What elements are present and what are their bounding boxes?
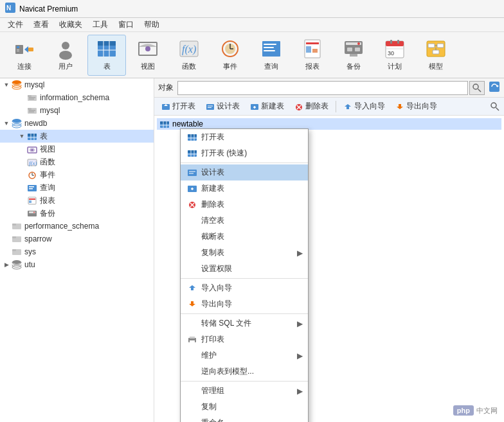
tree-sys[interactable]: sys [0, 245, 154, 258]
table-group-label: 表 [40, 131, 48, 142]
ctx-copy-table[interactable]: 复制表 ▶ [181, 245, 308, 261]
tree-event-group[interactable]: 事件 [0, 168, 154, 181]
svg-rect-56 [28, 108, 32, 110]
ctx-export-wizard[interactable]: 导出向导 [181, 296, 308, 312]
toolbar-connect-btn[interactable]: 连接 [5, 35, 44, 76]
ctx-truncate-table[interactable]: 截断表 [181, 229, 308, 245]
tree-newdb[interactable]: ▼ newdb [0, 117, 154, 130]
toolbar-query-label: 查询 [264, 62, 278, 71]
obj-search-button[interactable] [469, 81, 485, 95]
search-filter-btn[interactable] [489, 100, 501, 113]
action-import-label: 导入向导 [354, 101, 385, 112]
table-toolbar-icon [96, 39, 117, 59]
mysql-root-label: mysql [24, 80, 44, 89]
tree-utu[interactable]: ▶ utu [0, 258, 154, 271]
menu-window[interactable]: 窗口 [113, 18, 139, 31]
ctx-transfer-sql[interactable]: 转储 SQL 文件 ▶ [181, 315, 308, 331]
svg-rect-88 [12, 249, 16, 251]
ctx-clear-table[interactable]: 清空表 [181, 213, 308, 229]
action-open-table[interactable]: 打开表 [157, 100, 200, 114]
tree-view-group[interactable]: 视图 [0, 143, 154, 155]
ctx-open-table-fast[interactable]: 打开表 (快速) [181, 145, 308, 161]
toolbar-table-btn[interactable]: 表 [87, 35, 126, 76]
filter-icon [490, 101, 500, 112]
action-delete-table[interactable]: 删除表 [290, 100, 333, 114]
ctx-import-icon [186, 283, 199, 294]
toolbar-backup-btn[interactable]: 备份 [334, 35, 373, 76]
toolbar-event-btn[interactable]: 事件 [211, 35, 249, 76]
tree-performance-schema[interactable]: performance_schema [0, 220, 154, 233]
tree-backup-group[interactable]: 备份 [0, 207, 154, 220]
menu-view[interactable]: 查看 [28, 18, 54, 31]
newtable-icon [159, 120, 170, 128]
ctx-group-icon [186, 386, 199, 396]
connect-icon [14, 39, 35, 59]
ctx-set-permission[interactable]: 设置权限 [181, 261, 308, 277]
ctx-group-label: 管理组 [201, 385, 224, 396]
svg-rect-39 [390, 40, 392, 44]
ctx-perm-icon [186, 264, 199, 274]
ctx-maintain[interactable]: 维护 ▶ [181, 347, 308, 364]
action-toolbar: 打开表 设计表 新建表 [154, 98, 504, 116]
ctx-export-label: 导出向导 [201, 299, 232, 310]
svg-point-49 [12, 80, 21, 84]
action-export-wizard[interactable]: 导出向导 [391, 100, 442, 114]
svg-text:f(x): f(x) [182, 44, 196, 55]
tree-sparrow[interactable]: sparrow [0, 233, 154, 245]
delete-action-icon [294, 103, 303, 110]
ctx-sql-label: 转储 SQL 文件 [201, 318, 251, 329]
ctx-import-wizard[interactable]: 导入向导 [181, 280, 308, 296]
toolbar-view-btn[interactable]: 视图 [129, 35, 167, 76]
ctx-sql-arrow: ▶ [297, 319, 303, 328]
ctx-delete-table[interactable]: 删除表 [181, 197, 308, 213]
svg-point-82 [33, 211, 35, 213]
tree-information-schema[interactable]: information_schema [0, 91, 154, 104]
ctx-open-table-icon [186, 132, 199, 143]
menu-help[interactable]: 帮助 [139, 18, 165, 31]
action-new-table[interactable]: 新建表 [246, 100, 289, 114]
action-design-table[interactable]: 设计表 [201, 100, 244, 114]
toolbar-query-btn[interactable]: 查询 [252, 35, 291, 76]
ctx-open-table[interactable]: 打开表 [181, 129, 308, 145]
toolbar-schedule-btn[interactable]: 30 计划 [375, 35, 414, 76]
ctx-copy-item[interactable]: 复制 [181, 399, 308, 415]
svg-point-108 [491, 103, 496, 108]
refresh-btn[interactable] [489, 81, 500, 94]
sparrow-label: sparrow [24, 234, 52, 243]
toolbar-user-btn[interactable]: 用户 [46, 35, 85, 76]
ctx-rename[interactable]: 重命名 [181, 415, 308, 422]
menu-tools[interactable]: 工具 [87, 18, 113, 31]
obj-search-input[interactable] [177, 81, 468, 95]
svg-rect-79 [29, 200, 32, 203]
svg-point-68 [32, 149, 33, 151]
new-action-icon [250, 103, 259, 110]
tree-report-group[interactable]: 报表 [0, 194, 154, 207]
tree-func-group[interactable]: f(x) 函数 [0, 155, 154, 168]
toolbar-func-btn[interactable]: f(x) 函数 [170, 35, 208, 76]
svg-rect-125 [188, 170, 197, 176]
view-toolbar-icon [138, 39, 158, 59]
tree-mysql-root[interactable]: ▼ mysql [0, 78, 154, 91]
svg-rect-45 [437, 44, 444, 48]
svg-rect-93 [489, 82, 500, 92]
svg-rect-25 [264, 47, 274, 48]
menu-favorites[interactable]: 收藏夹 [54, 18, 87, 31]
toolbar-model-btn[interactable]: 模型 [417, 35, 455, 76]
tree-query-group[interactable]: 查询 [0, 181, 154, 194]
ctx-copy-label: 复制表 [201, 247, 224, 258]
action-import-wizard[interactable]: 导入向导 [339, 100, 390, 114]
open-table-action-icon [161, 103, 170, 110]
ctx-sep-4 [181, 381, 308, 382]
query-group-label: 查询 [40, 182, 55, 193]
ctx-manage-group[interactable]: 管理组 ▶ [181, 383, 308, 399]
ctx-delete-table-label: 删除表 [201, 199, 224, 210]
svg-marker-107 [397, 104, 403, 109]
tree-table-group[interactable]: ▼ 表 [0, 130, 154, 143]
tree-mysql-db[interactable]: mysql [0, 104, 154, 117]
ctx-print-table[interactable]: 打印表 [181, 331, 308, 347]
toolbar-report-btn[interactable]: 报表 [293, 35, 332, 76]
ctx-reverse-model[interactable]: 逆向表到模型... [181, 364, 308, 380]
menu-file[interactable]: 文件 [3, 18, 28, 31]
ctx-design-table[interactable]: 设计表 [181, 164, 308, 180]
ctx-new-table[interactable]: 新建表 [181, 180, 308, 197]
